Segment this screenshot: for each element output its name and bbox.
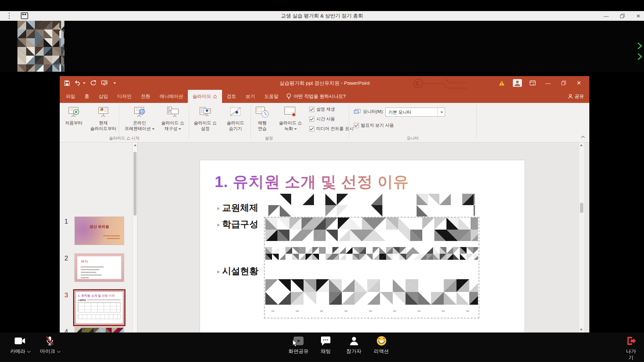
camera-icon: [10, 335, 30, 347]
censored-thumbnail-4: [75, 328, 123, 333]
tab-slideshow[interactable]: 슬라이드 쇼: [188, 90, 222, 103]
censored-table-region: [264, 217, 479, 318]
meeting-title: 교생 실습 평가회 & 상반기 정기 총회: [281, 13, 363, 19]
view-layout-icon[interactable]: [21, 12, 28, 19]
checkbox-icon: [354, 123, 359, 128]
group-label-start: 슬라이드 쇼 시작: [60, 135, 189, 141]
thumb1-title: 경산 유치원: [90, 224, 109, 229]
tab-transitions[interactable]: 전환: [136, 90, 155, 103]
slide-thumbnail-1[interactable]: 경산 유치원: [74, 217, 124, 245]
panel-scrollbar-thumb[interactable]: [133, 152, 137, 216]
ppt-close-button[interactable]: ✕: [571, 76, 587, 90]
slide-number-4: 4: [64, 328, 68, 333]
thumb3-title: 1. 유치원 소개 및 선정 이유: [78, 294, 121, 298]
save-icon[interactable]: [64, 80, 70, 86]
close-button[interactable]: ✕: [633, 11, 643, 21]
checkbox-icon: [309, 126, 314, 131]
screen-share-icon: [288, 335, 309, 347]
tab-review[interactable]: 검토: [222, 90, 241, 103]
qat-customize-icon[interactable]: [112, 80, 116, 86]
ppt-titlebar: 실습평가회 ppt 경산유치원 - PowerPoint — ✕: [60, 76, 589, 90]
checkbox-show-media-controls[interactable]: 미디어 컨트롤 표시: [309, 126, 354, 132]
share-button[interactable]: 공유: [568, 90, 584, 103]
slide-number-2: 2: [64, 254, 68, 262]
dropdown-caret-icon[interactable]: [437, 108, 445, 116]
lightbulb-icon: [286, 93, 291, 100]
tab-help[interactable]: 도움말: [260, 90, 283, 103]
scroll-down-icon[interactable]: [579, 327, 584, 333]
checkbox-use-timings[interactable]: 시간 사용: [309, 116, 354, 122]
quick-access-toolbar: [64, 76, 116, 90]
thumb2-title: 목차: [81, 259, 118, 264]
custom-slideshow-button[interactable]: 슬라이드 쇼재구성: [158, 104, 188, 131]
slide-bullet-1: 교원체제: [222, 202, 258, 214]
monitor-dropdown-value: 기본 모니터: [388, 109, 412, 115]
setup-slideshow-button[interactable]: 슬라이드 쇼설정: [190, 104, 221, 131]
ppt-menu-bar: 파일 홈 삽입 디자인 전환 애니메이션 슬라이드 쇼 검토 보기 도움말 어떤…: [60, 90, 589, 103]
chat-button[interactable]: 채팅: [321, 335, 331, 355]
chat-icon: [321, 335, 331, 347]
group-monitors: 모니터(M): 기본 모니터 발표자 보기 사용 모니터: [349, 103, 476, 142]
editor-scrollbar-thumb[interactable]: [580, 203, 583, 213]
more-menu-icon[interactable]: [9, 13, 10, 19]
mouse-cursor: [292, 340, 298, 347]
participant-video[interactable]: [17, 21, 59, 72]
tab-design[interactable]: 디자인: [113, 90, 136, 103]
warning-icon[interactable]: [494, 76, 509, 90]
meeting-toolbar: 카메라 마이크 화면공유 채팅 참가자: [0, 333, 644, 362]
collapse-ribbon-icon[interactable]: [579, 134, 587, 139]
scroll-up-icon[interactable]: [133, 142, 138, 148]
tab-file[interactable]: 파일: [61, 90, 80, 103]
present-online-button[interactable]: 온라인프레젠테이션: [122, 104, 157, 131]
ribbon-display-options-icon[interactable]: [525, 76, 540, 90]
slide-canvas[interactable]: 1. 유치원 소개 및 선정 이유 교원체제 학급구성 시설현황: [200, 160, 525, 333]
tell-me-box[interactable]: 어떤 작업을 원하시나요?: [283, 90, 349, 103]
slide-thumbnail-2[interactable]: 목차: [74, 253, 124, 282]
hide-slide-button[interactable]: 슬라이드숨기기: [222, 104, 249, 131]
leave-button[interactable]: 나가기: [625, 335, 638, 361]
from-beginning-button[interactable]: 처음부터: [62, 104, 86, 126]
slide-editor-area: 1. 유치원 소개 및 선정 이유 교원체제 학급구성 시설현황: [138, 142, 584, 333]
account-avatar[interactable]: [509, 76, 525, 90]
ppt-restore-button[interactable]: [556, 76, 571, 90]
checkbox-use-presenter-view[interactable]: 발표자 보기 사용: [354, 122, 394, 128]
ppt-minimize-button[interactable]: —: [540, 76, 556, 90]
redo-icon[interactable]: [91, 80, 96, 86]
tab-insert[interactable]: 삽입: [94, 90, 113, 103]
next-page-arrow-icon[interactable]: [637, 42, 642, 50]
monitor-dropdown[interactable]: 기본 모니터: [385, 108, 445, 117]
camera-button[interactable]: 카메라: [10, 335, 30, 355]
scroll-up-icon[interactable]: [579, 142, 584, 148]
thumb3-table-2: [78, 314, 121, 319]
ribbon: 처음부터 현재슬라이드부터: [60, 103, 589, 142]
next-page-arrow-icon-2[interactable]: [637, 53, 642, 60]
editor-scrollbar[interactable]: [579, 142, 584, 333]
slide-thumbnail-panel: 1 경산 유치원 2 목차 3: [60, 142, 138, 333]
slideshow-qat-icon[interactable]: [101, 80, 107, 86]
slide-thumbnail-4[interactable]: [74, 327, 124, 333]
reaction-emoji-icon: [374, 335, 389, 347]
tab-view[interactable]: 보기: [241, 90, 260, 103]
mic-button-muted[interactable]: 마이크: [40, 335, 59, 355]
screen-share-button[interactable]: 화면공유: [288, 335, 309, 355]
tab-animations[interactable]: 애니메이션: [155, 90, 188, 103]
person-icon: [568, 94, 573, 99]
censored-band-3: [265, 279, 478, 305]
participants-button[interactable]: 참가자: [346, 335, 362, 355]
panel-scrollbar[interactable]: [132, 142, 137, 333]
reactions-button[interactable]: 리액션: [374, 335, 389, 355]
group-label-setup: 설정: [189, 135, 349, 141]
meeting-titlebar-surface: 교생 실습 평가회 & 상반기 정기 총회 — ✕: [0, 11, 644, 21]
checkbox-play-narrations[interactable]: 설명 재생: [309, 106, 354, 112]
undo-icon[interactable]: [75, 80, 86, 85]
from-current-slide-button[interactable]: 현재슬라이드부터: [87, 104, 119, 131]
rehearse-timings-button[interactable]: 예행연습: [253, 104, 272, 131]
tab-home[interactable]: 홈: [80, 90, 94, 103]
slide-thumbnail-3-selected[interactable]: 1. 유치원 소개 및 선정 이유 교원체제: [73, 289, 125, 326]
record-slideshow-button[interactable]: 슬라이드 쇼녹화: [274, 104, 307, 131]
minimize-button[interactable]: —: [601, 11, 611, 21]
restore-button[interactable]: [617, 11, 627, 21]
titlebar-decoration: [408, 76, 495, 90]
checkbox-icon: [309, 107, 314, 112]
powerpoint-window: 실습평가회 ppt 경산유치원 - PowerPoint — ✕ 파일 홈 삽입…: [60, 76, 589, 333]
